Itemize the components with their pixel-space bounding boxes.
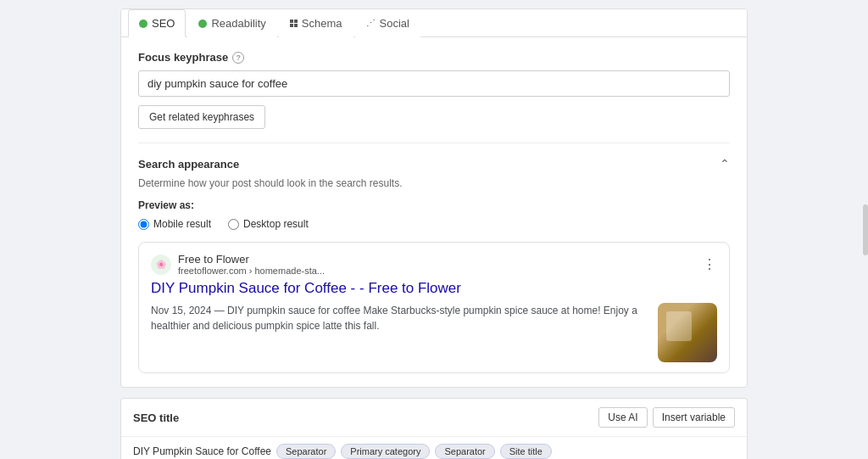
focus-keyphrase-label: Focus keyphrase ? <box>138 51 730 64</box>
desktop-result-radio[interactable]: Desktop result <box>228 218 309 230</box>
seo-title-actions: Use AI Insert variable <box>598 407 735 428</box>
search-appearance-desc: Determine how your post should look in t… <box>138 177 730 189</box>
seo-title-label: SEO title <box>133 411 179 424</box>
preview-radio-group: Mobile result Desktop result <box>138 218 730 230</box>
grid-icon <box>290 20 298 27</box>
preview-thumbnail <box>658 303 717 362</box>
search-preview-card: 🌸 Free to Flower freetoflower.com › home… <box>138 242 730 373</box>
preview-content: Nov 15, 2024 — DIY pumpkin sauce for cof… <box>151 303 717 362</box>
site-name-url: Free to Flower freetoflower.com › homema… <box>178 253 325 276</box>
preview-title[interactable]: DIY Pumpkin Sauce for Coffee - - Free to… <box>151 279 717 298</box>
tab-seo-label: SEO <box>152 17 175 30</box>
preview-site-info: 🌸 Free to Flower freetoflower.com › home… <box>151 253 325 276</box>
keyphrase-input[interactable] <box>138 70 730 97</box>
tag-separator-1[interactable]: Separator <box>276 444 336 459</box>
seo-title-header: SEO title Use AI Insert variable <box>121 399 747 437</box>
tag-primary-category[interactable]: Primary category <box>341 444 430 459</box>
tag-separator-2[interactable]: Separator <box>435 444 494 459</box>
seo-dot-icon <box>139 20 147 28</box>
share-icon: ⋰ <box>366 18 376 29</box>
tab-seo[interactable]: SEO <box>128 9 186 37</box>
preview-dash: — <box>214 305 227 316</box>
get-related-keyphrases-button[interactable]: Get related keyphrases <box>138 105 265 129</box>
mobile-result-radio[interactable]: Mobile result <box>138 218 211 230</box>
insert-variable-button[interactable]: Insert variable <box>653 407 735 428</box>
site-favicon: 🌸 <box>151 255 171 275</box>
chevron-up-icon: ⌃ <box>720 157 730 171</box>
tab-readability[interactable]: Readability <box>187 9 276 37</box>
site-url: freetoflower.com › homemade-sta... <box>178 266 325 276</box>
tab-social-label: Social <box>380 17 409 30</box>
use-ai-button[interactable]: Use AI <box>598 407 647 428</box>
section-divider <box>138 143 730 143</box>
search-appearance-title: Search appearance <box>138 158 239 171</box>
tab-readability-label: Readability <box>211 17 265 30</box>
tab-social[interactable]: ⋰ Social <box>355 9 420 37</box>
tabs-bar: SEO Readability Schema ⋰ Social <box>121 9 747 37</box>
tab-schema-label: Schema <box>302 17 342 30</box>
seo-title-text: DIY Pumpkin Sauce for Coffee <box>133 445 271 457</box>
seo-title-tags: DIY Pumpkin Sauce for Coffee Separator P… <box>121 437 747 459</box>
preview-description: Nov 15, 2024 — DIY pumpkin sauce for cof… <box>151 303 649 362</box>
search-appearance-toggle[interactable]: Search appearance ⌃ <box>138 157 730 171</box>
three-dots-icon[interactable]: ⋮ <box>703 256 717 272</box>
panel-body: Focus keyphrase ? Get related keyphrases… <box>121 37 747 387</box>
site-name: Free to Flower <box>178 253 325 266</box>
preview-as-label: Preview as: <box>138 199 730 211</box>
readability-dot-icon <box>198 20 207 28</box>
tab-schema[interactable]: Schema <box>279 9 353 37</box>
tag-site-title[interactable]: Site title <box>500 444 552 459</box>
seo-title-section: SEO title Use AI Insert variable DIY Pum… <box>120 398 748 459</box>
scrollbar[interactable] <box>863 204 868 255</box>
preview-header: 🌸 Free to Flower freetoflower.com › home… <box>151 253 717 276</box>
help-icon[interactable]: ? <box>232 52 244 64</box>
